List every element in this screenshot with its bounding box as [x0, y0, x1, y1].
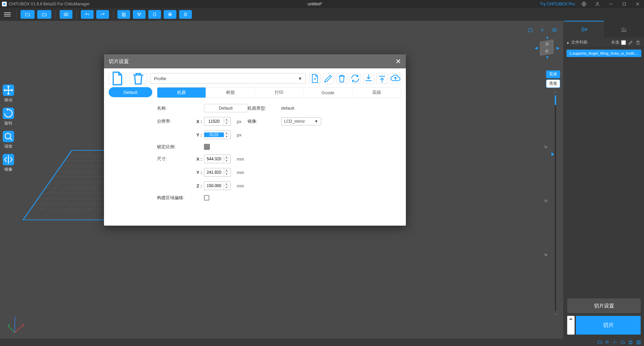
add-profile-icon[interactable]	[309, 73, 321, 84]
step-down-icon[interactable]: ▼	[224, 135, 229, 138]
panel-tab-supports[interactable]	[604, 21, 644, 38]
name-value[interactable]: Default	[204, 104, 248, 112]
size-y-input[interactable]: ▲▼	[204, 168, 231, 177]
slice-options-button[interactable]	[567, 316, 575, 335]
slice-settings-button[interactable]: 切片设置	[567, 298, 641, 313]
delete-profile-button[interactable]	[129, 73, 147, 84]
svg-rect-20	[639, 341, 640, 342]
export-profile-icon[interactable]	[376, 73, 388, 84]
step-down-icon[interactable]: ▼	[224, 186, 229, 189]
tab-gcode[interactable]: Gcode	[304, 88, 352, 98]
step-up-icon[interactable]: ▲	[224, 182, 229, 186]
step-down-icon[interactable]: ▼	[224, 121, 229, 125]
redo-button[interactable]	[96, 10, 109, 19]
user-icon[interactable]	[593, 1, 602, 7]
status-apps-icon[interactable]	[636, 340, 641, 345]
dig-hole-button[interactable]	[164, 10, 176, 19]
status-printer-icon[interactable]	[628, 340, 633, 345]
trash-profile-icon[interactable]	[336, 73, 347, 84]
separator	[113, 10, 113, 18]
view-cube[interactable]: ▲ ▼ ◀ ▶ 顶 前	[535, 36, 559, 59]
cube-down-icon[interactable]: ▼	[545, 55, 549, 60]
center-view-icon[interactable]	[539, 27, 545, 33]
globe-icon[interactable]	[580, 1, 588, 7]
tab-print[interactable]: 打印	[255, 88, 304, 98]
resolution-label: 分辨率:	[157, 118, 194, 124]
svg-rect-6	[123, 14, 125, 16]
try-pro-link[interactable]: Try CHITUBOX Pro	[540, 2, 575, 6]
move-tool-button[interactable]	[3, 84, 14, 96]
scale-tool-button[interactable]	[3, 131, 14, 142]
default-profile-pill[interactable]: Default	[109, 87, 152, 97]
status-bar: 中	[0, 339, 644, 346]
repair-button[interactable]	[179, 10, 192, 19]
app-logo-icon	[2, 2, 7, 6]
copy-button[interactable]	[117, 10, 130, 19]
open-button[interactable]	[20, 10, 35, 19]
save-button[interactable]	[37, 10, 51, 19]
cube-top-label: 顶	[545, 41, 548, 47]
size-z-input[interactable]: ▲▼	[204, 181, 231, 190]
upload-profile-icon[interactable]	[390, 73, 401, 84]
panel-tab-settings[interactable]	[564, 21, 604, 38]
resolution-x-input[interactable]: ▲▼	[204, 117, 231, 126]
slice-button[interactable]: 切片	[576, 316, 641, 335]
close-icon[interactable]	[633, 1, 642, 7]
tab-machine[interactable]: 机器	[157, 88, 206, 98]
chevron-right-icon[interactable]: ▸	[567, 40, 569, 45]
status-cloud-icon[interactable]	[597, 340, 602, 345]
size-x-input[interactable]: ▲▼	[204, 155, 231, 163]
status-headset-icon[interactable]	[620, 340, 625, 345]
scale-tool-label: 缩放	[4, 143, 12, 149]
file-list-item[interactable]: 1.supports_Angel_Wing_Goku_w_foothold.st…	[567, 50, 641, 57]
slider-track[interactable]: ¼ ½ ¾	[555, 95, 556, 311]
step-down-icon[interactable]: ▼	[224, 159, 229, 163]
import-profile-icon[interactable]	[363, 73, 374, 84]
slider-up-icon[interactable]: ︿	[553, 89, 558, 95]
tab-resin[interactable]: 树脂	[206, 88, 255, 98]
slider-down-icon[interactable]: ﹀	[553, 312, 558, 318]
slider-handle-icon[interactable]	[551, 152, 554, 156]
menu-icon[interactable]	[3, 10, 12, 18]
title-bar: CHITUBOX V1.9.6 Beta20 For ChituManager …	[0, 0, 644, 8]
step-up-icon[interactable]: ▲	[224, 169, 229, 172]
lock-ratio-checkbox[interactable]	[204, 144, 210, 150]
edit-list-icon[interactable]	[628, 40, 633, 45]
dialog-close-icon[interactable]: ✕	[395, 57, 401, 65]
mirror-dropdown[interactable]: LCD_mirror▼	[281, 117, 321, 125]
step-up-icon[interactable]: ▲	[224, 131, 229, 135]
cube-left-icon[interactable]: ◀	[535, 46, 538, 50]
status-grid-icon[interactable]	[612, 340, 617, 345]
build-offset-checkbox[interactable]	[204, 195, 209, 200]
tab-advanced[interactable]: 高级	[353, 88, 401, 98]
solid-mode-button[interactable]: 实体	[546, 70, 560, 78]
undo-button[interactable]	[81, 10, 94, 19]
profile-dropdown[interactable]: Profile ▼	[150, 73, 306, 84]
delete-list-icon[interactable]	[635, 40, 641, 45]
home-view-icon[interactable]	[527, 27, 533, 33]
cube-right-icon[interactable]: ▶	[556, 46, 559, 50]
cube-up-icon[interactable]: ▲	[545, 35, 549, 40]
rotate-tool-button[interactable]	[3, 108, 14, 119]
svg-point-16	[585, 28, 587, 31]
maximize-icon[interactable]	[620, 1, 629, 7]
step-down-icon[interactable]: ▼	[224, 172, 229, 176]
auto-layout-button[interactable]	[133, 10, 146, 19]
new-profile-button[interactable]	[109, 73, 126, 84]
cube-face[interactable]: 顶 前	[540, 40, 553, 56]
step-up-icon[interactable]: ▲	[224, 118, 229, 121]
step-up-icon[interactable]: ▲	[224, 155, 229, 159]
resolution-y-input[interactable]: ▲▼	[204, 130, 231, 139]
refresh-profile-icon[interactable]	[350, 73, 361, 84]
status-lang[interactable]: 中	[605, 340, 609, 345]
edit-profile-icon[interactable]	[323, 73, 334, 84]
hollow-button[interactable]	[148, 10, 161, 19]
minimize-icon[interactable]	[606, 1, 615, 7]
mirror-tool-button[interactable]	[3, 154, 14, 165]
perspective-icon[interactable]	[551, 27, 557, 33]
3d-viewport[interactable]: ⬢⬢ 移动 旋转 缩放 镜像 Z Y X	[0, 21, 564, 339]
select-all-checkbox[interactable]	[621, 40, 626, 45]
svg-rect-18	[629, 342, 632, 343]
screenshot-button[interactable]	[60, 10, 72, 19]
perspective-mode-button[interactable]: 透视	[546, 79, 560, 88]
